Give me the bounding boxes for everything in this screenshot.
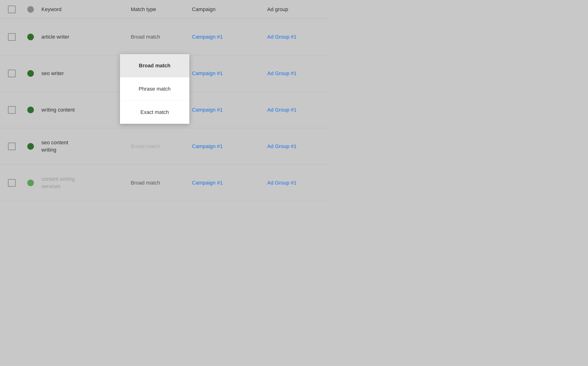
row-1-checkbox[interactable]	[8, 33, 15, 41]
row-4-ad-group[interactable]: Ad Group #1	[263, 143, 329, 149]
table-row: content writingservices Broad match Camp…	[0, 165, 329, 201]
keywords-table: Keyword Match type Campaign Ad group art…	[0, 0, 329, 201]
campaign-header: Campaign	[188, 6, 263, 13]
row-5-status-dot	[27, 180, 34, 186]
row-2-checkbox[interactable]	[8, 70, 15, 77]
select-all-checkbox[interactable]	[8, 6, 15, 13]
row-5-campaign[interactable]: Campaign #1	[188, 180, 263, 186]
row-1-campaign[interactable]: Campaign #1	[188, 34, 263, 40]
row-checkbox-4	[0, 143, 23, 150]
row-3-keyword: writing content	[38, 107, 127, 113]
header-dot-cell	[23, 6, 38, 13]
row-5-match-type[interactable]: Broad match	[127, 180, 188, 186]
row-2-keyword: seo writer	[38, 70, 127, 76]
row-dot-5	[23, 180, 38, 186]
row-3-ad-group[interactable]: Ad Group #1	[263, 107, 329, 113]
row-4-status-dot	[27, 143, 34, 150]
table-header: Keyword Match type Campaign Ad group	[0, 0, 329, 19]
row-dot-3	[23, 107, 38, 113]
row-2-campaign[interactable]: Campaign #1	[188, 70, 263, 76]
row-1-keyword: article writer	[38, 34, 127, 40]
row-1-match-type[interactable]: Broad match	[127, 34, 188, 40]
row-4-checkbox[interactable]	[8, 143, 15, 150]
row-checkbox-2	[0, 70, 23, 77]
row-3-status-dot	[27, 107, 34, 113]
row-1-ad-group[interactable]: Ad Group #1	[263, 34, 329, 40]
header-status-dot	[27, 6, 34, 13]
row-5-keyword: content writingservices	[38, 175, 127, 190]
row-checkbox-5	[0, 179, 23, 187]
table-row: seo contentwriting Broad match Campaign …	[0, 128, 329, 165]
row-4-match-type[interactable]: Broad match	[127, 143, 188, 149]
row-2-ad-group[interactable]: Ad Group #1	[263, 70, 329, 76]
row-dot-2	[23, 70, 38, 77]
dropdown-broad-match[interactable]: Broad match	[120, 54, 189, 77]
table-row: article writer Broad match Campaign #1 A…	[0, 19, 329, 55]
row-4-campaign[interactable]: Campaign #1	[188, 143, 263, 149]
row-checkbox-3	[0, 106, 23, 114]
row-5-checkbox[interactable]	[8, 179, 15, 187]
row-1-status-dot	[27, 34, 34, 40]
row-dot-4	[23, 143, 38, 150]
row-dot-1	[23, 34, 38, 40]
row-3-campaign[interactable]: Campaign #1	[188, 107, 263, 113]
row-2-status-dot	[27, 70, 34, 77]
row-5-ad-group[interactable]: Ad Group #1	[263, 180, 329, 186]
keyword-header: Keyword	[38, 6, 127, 13]
row-4-keyword: seo contentwriting	[38, 139, 127, 154]
match-type-header: Match type	[127, 6, 188, 13]
row-3-checkbox[interactable]	[8, 106, 15, 114]
dropdown-exact-match[interactable]: Exact match	[120, 101, 189, 124]
row-checkbox-1	[0, 33, 23, 41]
header-checkbox-cell	[0, 6, 23, 13]
ad-group-header: Ad group	[263, 6, 329, 13]
dropdown-phrase-match[interactable]: Phrase match	[120, 77, 189, 101]
match-type-dropdown: Broad match Phrase match Exact match	[120, 54, 189, 124]
